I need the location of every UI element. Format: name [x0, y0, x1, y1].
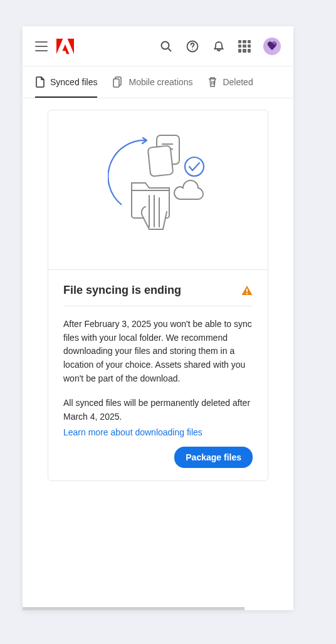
tab-label: Deleted: [223, 77, 253, 87]
svg-rect-5: [113, 79, 119, 87]
card-body: File syncing is ending After February 3,…: [48, 270, 268, 480]
topbar-icons: [159, 38, 281, 55]
svg-point-12: [185, 157, 204, 176]
svg-line-1: [169, 48, 172, 51]
avatar[interactable]: [263, 38, 281, 55]
tab-synced-files[interactable]: Synced files: [35, 66, 97, 98]
warning-icon: [241, 285, 253, 296]
learn-more-link[interactable]: Learn more about downloading files: [63, 427, 202, 437]
svg-rect-11: [148, 145, 174, 177]
app-container: Synced files Mobile creations Deleted: [23, 26, 293, 610]
apps-icon[interactable]: [238, 40, 251, 53]
adobe-logo[interactable]: [56, 38, 74, 55]
tab-label: Mobile creations: [129, 77, 192, 87]
package-files-button[interactable]: Package files: [174, 447, 253, 468]
tabs: Synced files Mobile creations Deleted: [23, 66, 293, 98]
svg-point-0: [162, 41, 169, 49]
horizontal-scrollbar[interactable]: [23, 607, 244, 610]
notice-card: File syncing is ending After February 3,…: [48, 110, 268, 481]
search-icon[interactable]: [159, 39, 173, 53]
topbar: [23, 26, 293, 66]
menu-icon[interactable]: [35, 41, 48, 51]
svg-rect-14: [246, 293, 248, 294]
tab-mobile-creations[interactable]: Mobile creations: [112, 66, 192, 98]
svg-rect-13: [246, 289, 248, 292]
notice-paragraph-2: All synced files will be permanently del…: [63, 397, 253, 423]
sync-illustration: [48, 110, 268, 270]
notifications-icon[interactable]: [212, 39, 226, 53]
notice-paragraph-1: After February 3, 2025 you won't be able…: [63, 318, 253, 385]
notice-title: File syncing is ending: [63, 284, 181, 297]
help-icon[interactable]: [186, 39, 199, 53]
svg-point-3: [192, 48, 193, 49]
main-content: File syncing is ending After February 3,…: [23, 98, 293, 492]
tab-deleted[interactable]: Deleted: [207, 66, 253, 98]
tab-label: Synced files: [50, 77, 97, 87]
